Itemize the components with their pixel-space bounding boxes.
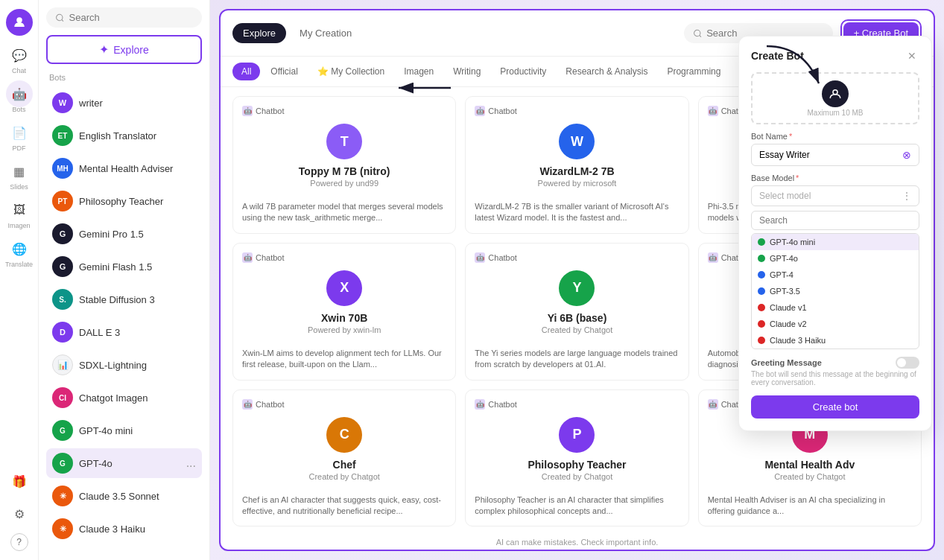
- chatbot-badge-icon: 🤖: [708, 252, 718, 263]
- model-search-input[interactable]: [751, 211, 919, 230]
- sidebar-pdf-icon[interactable]: 📄: [6, 119, 33, 146]
- filter-imagen[interactable]: Imagen: [395, 63, 443, 80]
- left-search-input[interactable]: [69, 12, 193, 23]
- card-badge-label: Chatbot: [488, 106, 517, 115]
- bot-item-chatgot-imagen[interactable]: CI Chatgot Imagen: [46, 383, 202, 413]
- overlay-title: Create Bot: [751, 50, 804, 62]
- sidebar-settings-icon[interactable]: ⚙: [6, 500, 33, 527]
- card-avatar: Y: [559, 270, 595, 306]
- bot-item-gpt4o[interactable]: G GPT-4o ...: [46, 448, 202, 478]
- bot-item-claude-sonnet[interactable]: ✳ Claude 3.5 Sonnet: [46, 481, 202, 511]
- bot-name-writer: writer: [79, 98, 103, 109]
- bot-avatar-gm: G: [52, 420, 73, 441]
- card-content: P Philosophy Teacher Created by Chatgot: [475, 417, 679, 487]
- bot-item-english-translator[interactable]: ET English Translator: [46, 121, 202, 150]
- bot-item-philosophy[interactable]: PT Philosophy Teacher: [46, 186, 202, 216]
- model-option-6[interactable]: Claude 3 Haiku: [752, 332, 919, 349]
- card-badge: 🤖 Chatbot: [475, 106, 679, 116]
- bot-name-input-wrapper[interactable]: ⊗: [751, 144, 919, 166]
- bot-item-gemini-pro[interactable]: G Gemini Pro 1.5: [46, 219, 202, 249]
- model-option-1[interactable]: GPT-4o: [752, 250, 919, 267]
- bot-name-gf: Gemini Flash 1.5: [79, 261, 152, 273]
- filter-research[interactable]: Research & Analysis: [557, 63, 656, 80]
- explore-icon: ✦: [99, 42, 109, 57]
- bot-name-g4: GPT-4o: [79, 458, 113, 469]
- overlay-close-button[interactable]: ✕: [905, 48, 919, 63]
- card-item-3[interactable]: 🤖 Chatbot X Xwin 70B Powered by xwin-lm …: [232, 243, 456, 381]
- bot-name-gm: GPT-4o mini: [79, 425, 133, 436]
- bot-item-more[interactable]: ...: [186, 456, 196, 470]
- sidebar-chat-icon[interactable]: 💬: [6, 42, 33, 69]
- explore-button[interactable]: ✦ Explore: [46, 35, 202, 64]
- model-dot: [758, 238, 765, 246]
- card-title: Mental Health Adv: [764, 459, 855, 471]
- model-option-3[interactable]: GPT-3.5: [752, 283, 919, 299]
- model-dot: [758, 287, 765, 295]
- sidebar-home-icon[interactable]: [6, 9, 33, 36]
- model-option-5[interactable]: Claude v2: [752, 316, 919, 332]
- model-select[interactable]: Select model ⋮: [751, 185, 919, 206]
- model-dot: [758, 271, 765, 279]
- model-option-0[interactable]: GPT-4o mini: [752, 234, 919, 250]
- greeting-toggle[interactable]: [896, 357, 919, 369]
- bot-item-stable-diffusion[interactable]: S. Stable Diffusion 3: [46, 284, 202, 314]
- tab-my-creation[interactable]: My Creation: [289, 23, 362, 43]
- sidebar-imagen-icon[interactable]: 🖼: [6, 197, 33, 223]
- chatbot-badge-icon: 🤖: [242, 252, 253, 263]
- card-subtitle: Powered by und99: [310, 179, 378, 188]
- filter-writing[interactable]: Writing: [444, 63, 490, 80]
- card-content: T Toppy M 7B (nitro) Powered by und99: [242, 124, 446, 194]
- bot-name-group: Bot Name* ⊗: [751, 132, 919, 166]
- bot-avatar-gf: G: [52, 256, 73, 277]
- bot-name-clear-icon[interactable]: ⊗: [902, 149, 911, 161]
- create-bot-submit-button[interactable]: Create bot: [751, 395, 919, 419]
- sidebar-translate-icon[interactable]: 🌐: [6, 235, 33, 262]
- bot-item-writer[interactable]: W writer: [46, 88, 202, 118]
- sidebar-help-icon[interactable]: ?: [10, 533, 28, 551]
- model-option-4[interactable]: Claude v1: [752, 299, 919, 316]
- card-content: Y Yi 6B (base) Created by Chatgot: [475, 270, 679, 340]
- card-desc: Mental Health Adviser is an AI cha speci…: [708, 494, 912, 518]
- sidebar-gift-icon[interactable]: 🎁: [6, 468, 33, 494]
- card-item-4[interactable]: 🤖 Chatbot Y Yi 6B (base) Created by Chat…: [465, 243, 688, 381]
- card-badge: 🤖 Chatbot: [475, 252, 679, 263]
- card-badge-label: Chatbot: [488, 253, 517, 262]
- bot-item-gpt4o-mini[interactable]: G GPT-4o mini: [46, 416, 202, 445]
- base-model-group: Base Model* Select model ⋮ GPT-4o miniGP…: [751, 174, 919, 349]
- tab-explore[interactable]: Explore: [232, 23, 286, 43]
- model-name: GPT-4o: [770, 254, 798, 263]
- card-badge: 🤖 Chatbot: [242, 106, 446, 116]
- filter-official[interactable]: Official: [262, 63, 306, 80]
- sidebar-slides-icon[interactable]: ▦: [6, 158, 33, 185]
- bot-item-mental-health[interactable]: MH Mental Health Adviser: [46, 153, 202, 183]
- bot-item-claude-haiku[interactable]: ✳ Claude 3 Haiku: [46, 514, 202, 544]
- bot-item-gemini-flash[interactable]: G Gemini Flash 1.5: [46, 252, 202, 281]
- bot-name-sdxl: SDXL-Lightning: [79, 360, 147, 371]
- card-item-7[interactable]: 🤖 Chatbot P Philosophy Teacher Created b…: [465, 389, 688, 527]
- bot-avatar-et: ET: [52, 125, 73, 146]
- card-badge: 🤖 Chatbot: [475, 399, 679, 410]
- card-item-1[interactable]: 🤖 Chatbot W WizardLM-2 7B Powered by mic…: [465, 96, 688, 234]
- card-subtitle: Created by Chatgot: [542, 325, 612, 334]
- base-model-label: Base Model*: [751, 174, 919, 182]
- card-item-0[interactable]: 🤖 Chatbot T Toppy M 7B (nitro) Powered b…: [232, 96, 456, 234]
- filter-all[interactable]: All: [232, 63, 260, 80]
- bot-name-input[interactable]: [759, 150, 902, 160]
- model-option-2[interactable]: GPT-4: [752, 267, 919, 283]
- overlay-header: Create Bot ✕: [751, 48, 919, 63]
- upload-area[interactable]: Maximum 10 MB: [751, 72, 919, 124]
- filter-programming[interactable]: Programming: [658, 63, 729, 80]
- sidebar-bot-icon[interactable]: 🤖: [6, 80, 33, 107]
- explore-label: Explore: [113, 44, 148, 56]
- bot-name-et: English Translator: [79, 130, 156, 141]
- sidebar: 💬 Chat 🤖 Bots 📄 PDF ▦ Slides 🖼 Imagen 🌐 …: [0, 0, 39, 560]
- filter-my-collection[interactable]: ⭐ My Collection: [308, 63, 393, 80]
- bot-item-sdxl[interactable]: 📊 SDXL-Lightning: [46, 350, 202, 380]
- card-item-6[interactable]: 🤖 Chatbot C Chef Created by Chatgot Chef…: [232, 389, 456, 527]
- filter-productivity[interactable]: Productivity: [491, 63, 555, 80]
- left-search-box[interactable]: [46, 7, 202, 28]
- card-subtitle: Created by Chatgot: [542, 472, 612, 481]
- bot-item-dalle[interactable]: D DALL E 3: [46, 317, 202, 347]
- card-avatar: W: [559, 124, 595, 159]
- model-dot: [758, 337, 765, 344]
